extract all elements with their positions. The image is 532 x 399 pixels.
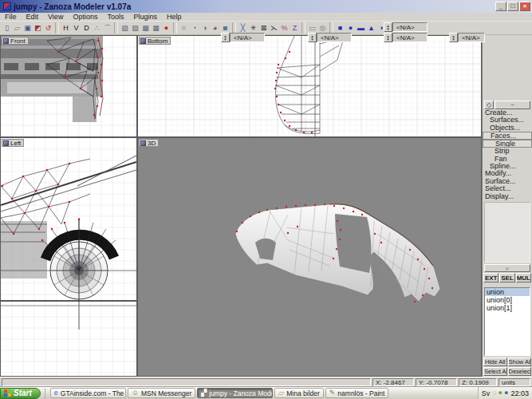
taskbar-task-namnl-s-paint[interactable]: ✎namnlös - Paint — [325, 388, 389, 398]
toolbar-prim-cube-button[interactable]: ■ — [335, 22, 345, 34]
minimize-button[interactable]: _ — [495, 2, 506, 11]
panel-menu-display[interactable]: Display... — [483, 193, 532, 200]
param-value-field[interactable]: <N/A> — [230, 33, 265, 42]
taskbar-task-jumpy-zanoza-mode[interactable]: ▞jumpy - Zanoza Mode... — [197, 388, 273, 398]
toolbar-reload-button[interactable]: ↺ — [43, 22, 53, 34]
toolbar-rotate-object-button[interactable]: ▨ — [130, 22, 140, 34]
left-viewport-canvas[interactable] — [1, 138, 136, 376]
panel-menu-surface[interactable]: Surface... — [483, 178, 532, 185]
object-list-item[interactable]: union — [485, 288, 530, 296]
mode-mul-button[interactable]: MUL — [516, 273, 531, 282]
toolbar-save-button[interactable]: ▣ — [22, 22, 33, 34]
toolbar-select-fence-button[interactable]: ⊠ — [258, 22, 269, 34]
bottom-viewport-canvas[interactable] — [138, 36, 481, 136]
toolbar-zoom-view-button[interactable]: ◕ — [210, 22, 220, 34]
panel-menu-faces[interactable]: Faces... — [483, 132, 532, 140]
toolbar-toggle-h-button[interactable]: H — [61, 22, 71, 34]
taskbar-task-mina-bilder[interactable]: ▱Mina bilder — [274, 388, 324, 398]
restore-button[interactable]: □ — [507, 2, 518, 11]
toolbar-extrude-object-button[interactable]: ▦ — [151, 22, 161, 34]
mode-ext-button[interactable]: EXT — [483, 273, 499, 282]
menu-plugins[interactable]: Plugins — [128, 13, 162, 22]
param-value-field[interactable]: <N/A> — [392, 33, 428, 42]
toolbar-vertex-filter-button[interactable]: ∴ — [92, 22, 102, 34]
hide-all-button[interactable]: Hide All — [483, 358, 507, 366]
panel-menu-surfaces[interactable]: Surfaces... — [483, 117, 532, 124]
taskbar-task-msn-messenger[interactable]: ☺MSN Messenger — [128, 388, 196, 398]
toolbar-select-star-button[interactable]: ✳ — [248, 22, 258, 34]
select-all-button[interactable]: Select All — [483, 367, 507, 376]
3d-viewport-canvas[interactable] — [138, 138, 481, 376]
toolbar-scale-object-button[interactable]: ▩ — [140, 22, 151, 34]
volume-icon[interactable]: ◌ — [492, 389, 496, 397]
toolbar-lasso-button[interactable]: ⌒ — [102, 22, 112, 34]
panel-menu-single[interactable]: Single — [483, 140, 532, 148]
toolbar-views-button[interactable]: ◙ — [220, 22, 231, 34]
object-list-item[interactable]: union[0] — [485, 296, 530, 304]
toolbar-snap-percent-button[interactable]: % — [279, 22, 290, 34]
toolbar-select-poly-button[interactable]: ⋋ — [269, 22, 279, 34]
mode-sel-button[interactable]: SEL — [499, 273, 514, 282]
menu-options[interactable]: Options — [68, 13, 102, 22]
left-viewport-label[interactable]: Left — [2, 139, 24, 147]
toolbar-pan-view-button[interactable]: ◔ — [189, 22, 199, 34]
toolbar-prim-cylinder-button[interactable]: ▬ — [356, 22, 366, 34]
toolbar-pivot-button[interactable]: ◎ — [317, 22, 328, 34]
toolbar-select-quad-button[interactable]: ╳ — [238, 22, 248, 34]
deselect-button[interactable]: Deselect — [508, 367, 532, 376]
object-list-item[interactable]: union[1] — [485, 304, 530, 312]
front-viewport[interactable]: Front — [0, 35, 137, 137]
toolbar-toggle-d-button[interactable]: D — [81, 22, 92, 34]
show-all-button[interactable]: Show All — [508, 358, 532, 366]
menu-file[interactable]: File — [0, 13, 22, 22]
spinner-buttons[interactable]: ▴▾ — [308, 33, 317, 42]
spinner-buttons[interactable]: ▴▾ — [384, 22, 392, 32]
toolbar-move-object-button[interactable]: ▧ — [120, 22, 130, 34]
network-icon[interactable]: ● — [504, 389, 508, 397]
toolbar-open-button[interactable]: ▱ — [12, 22, 22, 34]
detach-button[interactable]: ◇ — [484, 101, 494, 109]
toolbar-material-editor-button[interactable]: ● — [161, 22, 171, 34]
3d-viewport-label[interactable]: 3D — [139, 139, 159, 147]
expander-button[interactable]: ≈ — [484, 264, 530, 272]
toolbar-rotate-view-button[interactable]: ◑ — [199, 22, 210, 34]
panel-menu-objects[interactable]: Objects... — [483, 124, 532, 132]
bottom-viewport-label[interactable]: Bottom — [139, 37, 171, 45]
toolbar-toggle-v-button[interactable]: V — [71, 22, 81, 34]
menu-help[interactable]: Help — [162, 13, 187, 22]
toolbar-new-button[interactable]: ▯ — [2, 22, 12, 34]
front-viewport-canvas[interactable] — [1, 36, 136, 136]
curves-button[interactable]: ~ — [495, 101, 530, 109]
panel-menu-select[interactable]: Select... — [483, 185, 532, 192]
toolbar-bound-rect-button[interactable]: ▭ — [307, 22, 317, 34]
param-value-field[interactable]: <N/A> — [317, 33, 352, 42]
panel-menu-strip[interactable]: Strip — [483, 148, 532, 155]
toolbar-prim-cone-button[interactable]: ▲ — [366, 22, 376, 34]
panel-menu-spline[interactable]: Spline... — [483, 163, 532, 170]
menu-view[interactable]: View — [43, 13, 68, 22]
panel-menu-create[interactable]: Create... — [483, 109, 532, 117]
start-button[interactable]: Start — [0, 388, 41, 399]
taskbar-task-gtainside-com-the[interactable]: eGTAinside.com - The ... — [50, 388, 126, 398]
left-viewport[interactable]: Left — [0, 137, 137, 377]
close-button[interactable]: × — [519, 2, 530, 11]
toolbar-save-scene-button[interactable]: ◩ — [33, 22, 43, 34]
param-value-field[interactable]: <N/A> — [392, 22, 428, 32]
language-indicator[interactable]: Sv — [482, 389, 491, 397]
spinner-buttons[interactable]: ▴▾ — [221, 33, 230, 42]
panel-menu-fan[interactable]: Fan — [483, 156, 532, 163]
toolbar-prim-sphere-button[interactable]: ● — [345, 22, 356, 34]
spinner-buttons[interactable]: ▴▾ — [449, 33, 458, 42]
panel-menu-modify[interactable]: Modify... — [483, 170, 532, 177]
toolbar-zoom-tool-button[interactable]: ○ — [179, 22, 189, 34]
menu-tools[interactable]: Tools — [102, 13, 128, 22]
toolbar-z-depth-button[interactable]: Z — [290, 22, 300, 34]
msn-status-icon[interactable]: ● — [499, 389, 502, 397]
bottom-viewport[interactable]: Bottom — [137, 35, 482, 137]
spinner-buttons[interactable]: ▴▾ — [384, 33, 392, 42]
menu-edit[interactable]: Edit — [22, 13, 44, 22]
front-viewport-label[interactable]: Front — [2, 37, 29, 45]
3d-viewport[interactable]: 3D — [137, 137, 482, 377]
objects-list[interactable]: unionunion[0]union[1] — [484, 287, 530, 356]
param-value-field[interactable]: <N/A> — [458, 33, 485, 42]
